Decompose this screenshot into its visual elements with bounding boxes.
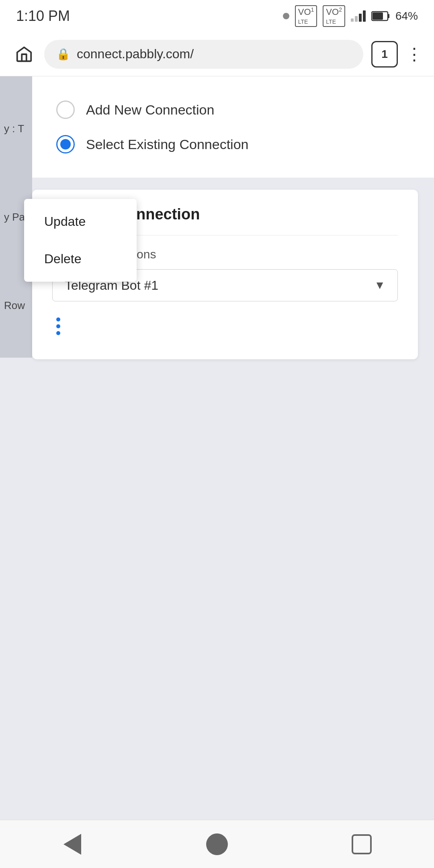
nav-back-button[interactable]	[56, 828, 88, 860]
context-menu: Update Delete	[24, 199, 137, 282]
home-button[interactable]	[12, 42, 36, 66]
signal-strength-icon	[351, 10, 366, 22]
home-circle-icon	[206, 833, 228, 855]
vo1-icon: VO1LTE	[295, 5, 317, 27]
add-new-connection-option[interactable]: Add New Connection	[56, 92, 410, 127]
vo2-icon: VO2LTE	[323, 5, 345, 27]
notification-dot	[283, 13, 289, 19]
address-bar[interactable]: 🔒 connect.pabbly.com/	[44, 40, 363, 69]
context-menu-update[interactable]: Update	[24, 203, 137, 240]
url-text: connect.pabbly.com/	[77, 47, 194, 61]
svg-rect-2	[373, 12, 383, 20]
tab-count-button[interactable]: 1	[371, 41, 398, 68]
status-time: 1:10 PM	[16, 8, 70, 25]
lock-icon: 🔒	[56, 47, 70, 61]
browser-bar: 🔒 connect.pabbly.com/ 1 ⋮	[0, 32, 434, 76]
select-existing-label: Select Existing Connection	[86, 137, 248, 152]
three-dots-menu-button[interactable]	[52, 309, 398, 343]
dot-3	[56, 331, 60, 335]
connection-type-selector: Add New Connection Select Existing Conne…	[32, 76, 434, 178]
svg-rect-1	[388, 14, 389, 18]
vertical-dots-icon	[52, 313, 64, 339]
context-menu-delete[interactable]: Delete	[24, 240, 137, 278]
add-new-radio-button[interactable]	[56, 100, 75, 119]
dropdown-arrow-icon: ▼	[374, 279, 385, 292]
more-menu-button[interactable]: ⋮	[406, 44, 422, 64]
dot-2	[56, 324, 60, 328]
nav-home-button[interactable]	[201, 828, 233, 860]
navigation-bar	[0, 820, 434, 868]
battery-percentage: 64%	[395, 10, 418, 23]
nav-recents-button[interactable]	[346, 828, 378, 860]
radio-selected-indicator	[60, 139, 71, 149]
status-bar: 1:10 PM VO1LTE VO2LTE 64%	[0, 0, 434, 32]
status-icons: VO1LTE VO2LTE 64%	[283, 5, 418, 27]
select-existing-connection-option[interactable]: Select Existing Connection	[56, 127, 410, 162]
add-new-label: Add New Connection	[86, 102, 214, 118]
battery-icon	[371, 10, 390, 22]
dot-1	[56, 317, 60, 321]
select-existing-radio-button[interactable]	[56, 135, 75, 154]
recents-square-icon	[352, 834, 372, 854]
back-arrow-icon	[63, 834, 81, 855]
